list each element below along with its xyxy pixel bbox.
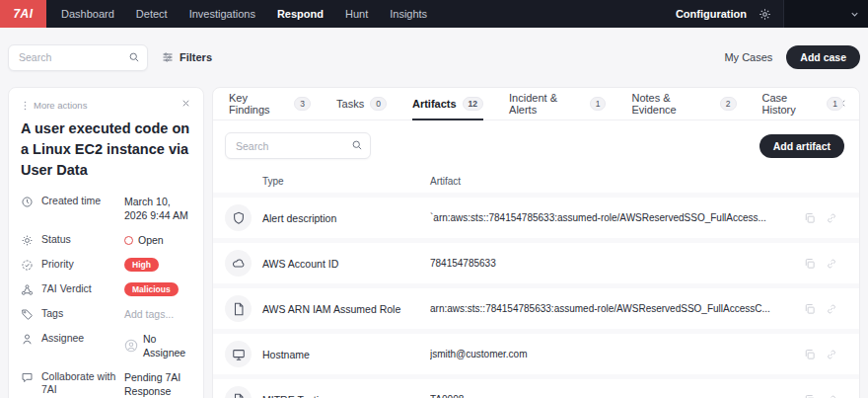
tab-notes-evidence[interactable]: Notes & Evidence 2 (631, 88, 736, 119)
nav-item-hunt[interactable]: Hunt (345, 8, 368, 20)
user-menu[interactable] (783, 0, 868, 28)
copy-icon[interactable] (804, 394, 816, 398)
artifact-value: TA0008 (430, 394, 804, 398)
link-icon[interactable] (826, 303, 837, 315)
more-actions-label: More actions (34, 100, 87, 111)
link-icon[interactable] (826, 258, 837, 270)
copy-icon[interactable] (804, 212, 816, 224)
column-artifact: Artifact (430, 176, 804, 187)
brand-logo[interactable]: 7AI (0, 0, 46, 28)
case-panel-close-icon[interactable] (181, 98, 191, 109)
field-assignee: Assignee No Assignee (21, 332, 191, 359)
collaborate-value: Pending 7AI Response (124, 370, 191, 398)
add-case-button[interactable]: Add case (786, 45, 860, 69)
status-value[interactable]: Open (124, 233, 164, 247)
copy-icon[interactable] (804, 303, 816, 315)
status-text: Open (138, 233, 164, 247)
field-tags: Tags Add tags... (21, 307, 191, 321)
tab-artifacts[interactable]: Artifacts 12 (412, 88, 483, 119)
field-priority: Priority High (21, 258, 191, 272)
nav-item-detect[interactable]: Detect (136, 8, 168, 20)
artifacts-table: Type Artifact Alert description `arn:aws… (213, 169, 859, 398)
chevron-down-icon (849, 9, 860, 20)
avatar-icon (124, 339, 138, 353)
tags-input[interactable]: Add tags... (124, 307, 174, 321)
tab-label: Notes & Evidence (631, 92, 713, 116)
shield-icon (225, 204, 252, 231)
more-actions-button[interactable]: More actions (21, 100, 191, 111)
tab-count-badge: 2 (720, 97, 737, 111)
field-verdict: 7AI Verdict Malicious (21, 282, 191, 296)
top-nav: 7AI Dashboard Detect Investigations Resp… (0, 0, 868, 28)
artifact-value: jsmith@customer.com (430, 349, 804, 359)
tab-count-badge: 1 (827, 97, 843, 111)
my-cases-link[interactable]: My Cases (724, 51, 772, 63)
nav-items: Dashboard Detect Investigations Respond … (61, 8, 427, 20)
artifacts-search-input[interactable] (225, 132, 371, 159)
field-collaborate: Collaborate with 7AI Pending 7AI Respons… (21, 370, 191, 398)
monitor-icon (225, 341, 252, 367)
assignee-text: No Assignee (143, 332, 191, 359)
nav-item-insights[interactable]: Insights (390, 8, 427, 20)
artifact-type: Alert description (262, 212, 430, 224)
tab-case-history[interactable]: Case History 1 (762, 88, 844, 119)
assignee-value[interactable]: No Assignee (124, 332, 191, 359)
artifacts-toolbar: Add artifact (213, 120, 859, 169)
column-type: Type (262, 176, 430, 187)
created-time-value: March 10, 2026 9:44 AM (124, 195, 191, 222)
field-created-time: Created time March 10, 2026 9:44 AM (21, 195, 191, 222)
field-label: Priority (41, 258, 124, 271)
artifact-value: arn:aws:sts::784154785633:assumed-role/A… (430, 303, 804, 314)
filter-sliders-icon (162, 51, 174, 63)
case-tabs: Key Findings 3 Tasks 0 Artifacts 12 Inci… (213, 88, 859, 120)
tab-label: Key Findings (229, 92, 288, 116)
artifact-value: `arn:aws:sts::784154785633:assumed-role/… (430, 212, 804, 223)
priority-badge: High (124, 258, 159, 272)
search-icon (128, 51, 140, 63)
tab-count-badge: 1 (590, 97, 607, 111)
case-detail-panel: More actions A user executed code on a L… (8, 87, 204, 398)
table-row[interactable]: MITRE Tactic TA0008 (213, 379, 859, 398)
nav-item-dashboard[interactable]: Dashboard (61, 8, 114, 20)
add-artifact-button[interactable]: Add artifact (760, 134, 844, 158)
gear-icon[interactable] (759, 8, 771, 21)
filters-button[interactable]: Filters (162, 51, 212, 63)
cases-search (8, 44, 148, 71)
copy-icon[interactable] (804, 258, 816, 270)
tab-label: Artifacts (412, 98, 457, 110)
tab-count-badge: 0 (370, 97, 387, 111)
copy-icon[interactable] (804, 349, 816, 360)
tab-label: Incident & Alerts (509, 92, 584, 116)
verdict-icon (21, 283, 34, 296)
status-sun-icon (21, 234, 34, 247)
artifact-type: MITRE Tactic (262, 394, 430, 398)
verdict-badge: Malicious (124, 282, 179, 296)
tab-label: Case History (762, 92, 822, 116)
cases-search-input[interactable] (8, 44, 148, 71)
table-row[interactable]: Hostname jsmith@customer.com (213, 334, 859, 374)
priority-icon (21, 259, 34, 272)
nav-item-respond[interactable]: Respond (277, 8, 324, 20)
tab-key-findings[interactable]: Key Findings 3 (229, 88, 311, 119)
artifact-value: 784154785633 (430, 258, 804, 269)
table-row[interactable]: AWS Account ID 784154785633 (213, 243, 859, 283)
field-label: Tags (41, 307, 124, 320)
link-icon[interactable] (826, 212, 837, 224)
artifacts-panel: Key Findings 3 Tasks 0 Artifacts 12 Inci… (212, 87, 860, 398)
kebab-icon (21, 101, 30, 111)
field-label: Assignee (41, 332, 124, 345)
priority-value[interactable]: High (124, 258, 159, 272)
table-header: Type Artifact (213, 169, 859, 193)
tab-tasks[interactable]: Tasks 0 (336, 88, 387, 119)
table-row[interactable]: AWS ARN IAM Assumed Role arn:aws:sts::78… (213, 288, 859, 329)
field-status: Status Open (21, 233, 191, 247)
field-label: Status (41, 233, 124, 246)
link-icon[interactable] (826, 394, 837, 398)
field-label: Collaborate with 7AI (41, 370, 124, 396)
tab-incident-alerts[interactable]: Incident & Alerts 1 (509, 88, 606, 119)
nav-item-investigations[interactable]: Investigations (189, 8, 255, 20)
link-icon[interactable] (826, 349, 837, 360)
verdict-value[interactable]: Malicious (124, 282, 179, 296)
table-row[interactable]: Alert description `arn:aws:sts::78415478… (213, 198, 859, 238)
nav-item-configuration[interactable]: Configuration (676, 8, 747, 20)
